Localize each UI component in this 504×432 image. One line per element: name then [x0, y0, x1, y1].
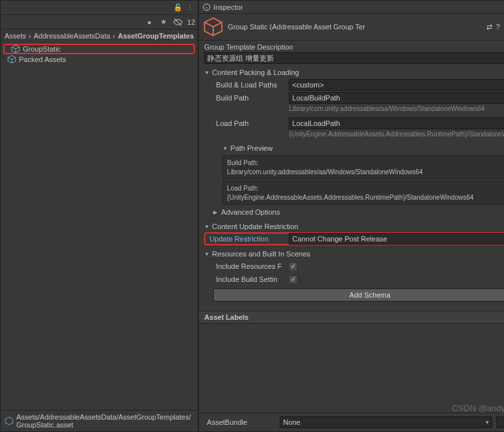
desc-input[interactable]: 静态资源组 增量更新 [204, 52, 504, 64]
triangle-down-icon: ▼ [204, 70, 209, 76]
build-path-resolved: Library/com.unity.addressables/aa/Window… [289, 104, 504, 113]
content-update-foldout[interactable]: ▼ Content Update Restriction ⚙ [204, 221, 504, 232]
asset-icon [11, 44, 20, 54]
include-resources-label: Include Resources F [213, 262, 285, 270]
content-packing-foldout[interactable]: ▼ Content Packing & Loading ⚙ [204, 67, 504, 78]
hidden-icon[interactable] [173, 17, 183, 27]
path-preview-foldout[interactable]: ▼ Path Preview [213, 142, 504, 154]
resources-foldout[interactable]: ▼ Resources and Built In Scenes ⚙ [204, 248, 504, 260]
favorite-icon[interactable]: ★ [158, 17, 169, 27]
help-icon[interactable]: ? [496, 23, 500, 31]
advanced-label: Advanced Options [221, 208, 280, 216]
assetbundle-label: AssetBundle [204, 418, 276, 426]
update-restriction-row: Update Restriction Cannot Change Post Re… [204, 232, 504, 245]
inspector-header: Group Static (Addressable Asset Group Te… [199, 14, 504, 40]
preset-icon[interactable]: ⇄ [486, 23, 492, 31]
update-restriction-dropdown[interactable]: Cannot Change Post Release [289, 233, 504, 245]
load-path-label: Load Path [213, 119, 285, 127]
desc-label: Group Template Description [204, 43, 504, 51]
selected-path: Assets/AddressableAssetsData/AssetGroupT… [16, 413, 194, 429]
build-path-label: Build Path [213, 94, 285, 102]
breadcrumb[interactable]: Assets› AddressableAssetsData› AssetGrou… [1, 29, 198, 42]
section-header: Content Update Restriction [212, 223, 298, 230]
section-header: Resources and Built In Scenes [212, 250, 310, 258]
path-preview-build: Build Path: Library/com.unity.addressabl… [222, 155, 504, 179]
include-build-label: Include Build Settin [213, 275, 285, 283]
triangle-down-icon: ▼ [204, 251, 209, 257]
include-resources-checkbox[interactable]: ✓ [289, 262, 297, 271]
section-header: Content Packing & Loading [212, 69, 299, 76]
add-schema-button[interactable]: Add Schema [213, 288, 504, 301]
path-preview-load: Load Path: {UnityEngine.AddressableAsset… [222, 181, 504, 205]
include-build-checkbox[interactable]: ✓ [289, 275, 297, 284]
breadcrumb-item[interactable]: Assets [5, 32, 26, 40]
build-load-paths-label: Build & Load Paths [213, 81, 285, 89]
info-icon [203, 3, 211, 11]
inspector-title: Group Static (Addressable Asset Group Te… [228, 23, 482, 31]
breadcrumb-item[interactable]: AssetGroupTemplates [118, 32, 194, 40]
asset-labels-header[interactable]: Asset Labels [199, 311, 504, 324]
filter-icon[interactable]: ● [144, 17, 155, 27]
selected-path-footer: Assets/AddressableAssetsData/AssetGroupT… [1, 410, 198, 431]
asset-item-label: GroupStatic [23, 45, 61, 53]
build-path-dropdown[interactable]: LocalBuildPath [289, 92, 504, 104]
path-preview-label: Path Preview [230, 144, 273, 152]
inspector-tab[interactable]: Inspector 🔓 ⋮ [199, 1, 504, 14]
build-load-paths-dropdown[interactable]: <custom> [289, 79, 504, 91]
group-template-icon [203, 16, 224, 37]
breadcrumb-item[interactable]: AddressableAssetsData [34, 32, 110, 40]
assetbundle-variant-dropdown[interactable] [496, 416, 504, 428]
menu-icon[interactable]: ⋮ [185, 3, 195, 13]
asset-icon [5, 416, 14, 425]
advanced-options-foldout[interactable]: ▶ Advanced Options [213, 206, 504, 218]
asset-icon [7, 55, 16, 64]
asset-item-groupstatic[interactable]: GroupStatic [3, 44, 195, 54]
project-toolbar: 🔓 ⋮ [1, 1, 198, 15]
triangle-down-icon: ▼ [222, 146, 228, 151]
asset-item-packed[interactable]: Packed Assets [1, 54, 198, 65]
lock-icon[interactable]: 🔓 [173, 3, 183, 13]
triangle-down-icon: ▼ [204, 224, 209, 230]
asset-tree: GroupStatic Packed Assets [1, 42, 198, 66]
inspector-tab-label: Inspector [213, 3, 243, 11]
assetbundle-dropdown[interactable]: None [280, 416, 492, 428]
load-path-resolved: {UnityEngine.AddressableAssets.Addressab… [289, 130, 504, 138]
load-path-dropdown[interactable]: LocalLoadPath [289, 117, 504, 129]
hidden-count: 12 [187, 18, 195, 26]
project-filter-bar: ● ★ 12 [1, 15, 198, 29]
watermark: CSDN @andyhwang [452, 403, 504, 413]
asset-item-label: Packed Assets [19, 55, 66, 63]
triangle-right-icon: ▶ [213, 209, 218, 215]
update-restriction-label: Update Restriction [207, 235, 285, 243]
